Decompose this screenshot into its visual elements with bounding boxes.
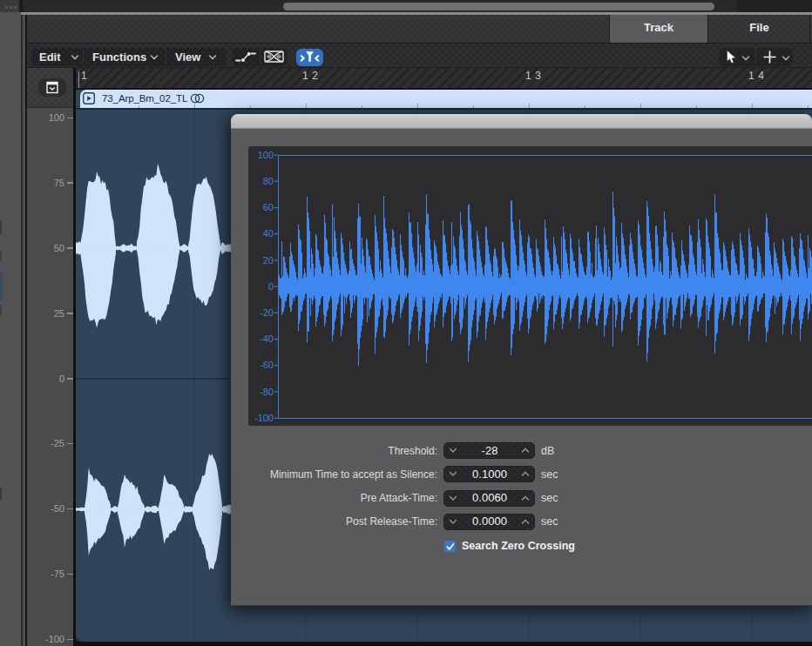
svg-text:20: 20 xyxy=(263,255,274,266)
svg-text:-80: -80 xyxy=(260,387,274,397)
svg-text:-20: -20 xyxy=(260,307,274,318)
svg-text:40: 40 xyxy=(263,228,274,239)
svg-text:60: 60 xyxy=(263,202,274,212)
svg-text:100: 100 xyxy=(258,150,274,160)
svg-text:-100: -100 xyxy=(254,413,274,423)
svg-text:-60: -60 xyxy=(260,360,274,370)
svg-text:80: 80 xyxy=(263,176,274,186)
svg-text:-40: -40 xyxy=(260,333,274,344)
svg-text:0: 0 xyxy=(268,281,274,292)
